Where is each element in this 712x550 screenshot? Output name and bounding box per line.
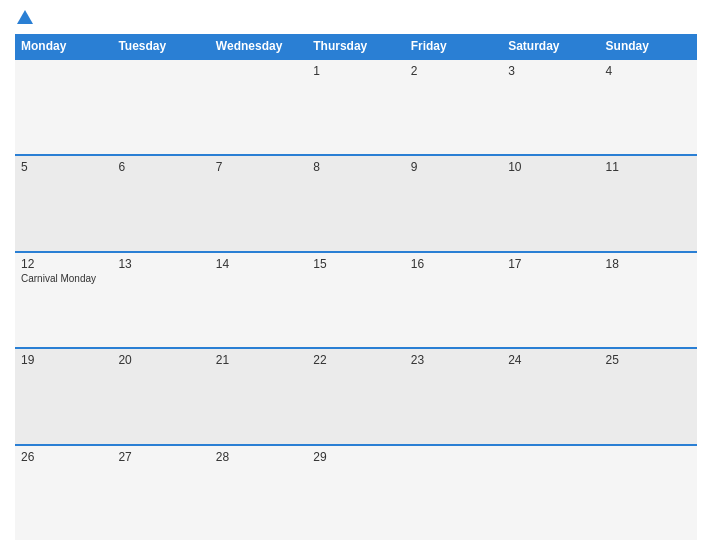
calendar-cell: 26 bbox=[15, 444, 112, 540]
cell-event: Carnival Monday bbox=[21, 273, 106, 284]
cell-date: 29 bbox=[313, 450, 398, 464]
calendar-cell: 10 bbox=[502, 154, 599, 250]
calendar-cell: 17 bbox=[502, 251, 599, 347]
calendar-cell: 3 bbox=[502, 58, 599, 154]
calendar-cell: 7 bbox=[210, 154, 307, 250]
calendar-cell: 13 bbox=[112, 251, 209, 347]
day-header-saturday: Saturday bbox=[502, 34, 599, 58]
cell-date: 14 bbox=[216, 257, 301, 271]
calendar-cell: 29 bbox=[307, 444, 404, 540]
calendar-cell: 4 bbox=[600, 58, 697, 154]
calendar-cell: 1 bbox=[307, 58, 404, 154]
cell-date: 8 bbox=[313, 160, 398, 174]
cell-date: 25 bbox=[606, 353, 691, 367]
calendar-cell: 9 bbox=[405, 154, 502, 250]
logo-triangle-icon bbox=[17, 10, 33, 24]
calendar-cell: 2 bbox=[405, 58, 502, 154]
calendar-cell: 11 bbox=[600, 154, 697, 250]
calendar-cell: 24 bbox=[502, 347, 599, 443]
cell-date: 15 bbox=[313, 257, 398, 271]
cell-date: 1 bbox=[313, 64, 398, 78]
calendar-container: Monday Tuesday Wednesday Thursday Friday… bbox=[0, 0, 712, 550]
cell-date: 24 bbox=[508, 353, 593, 367]
cell-date: 9 bbox=[411, 160, 496, 174]
cell-date: 23 bbox=[411, 353, 496, 367]
calendar-cell: 20 bbox=[112, 347, 209, 443]
cell-date: 18 bbox=[606, 257, 691, 271]
cell-date: 2 bbox=[411, 64, 496, 78]
calendar-cell: 23 bbox=[405, 347, 502, 443]
calendar-grid: 123456789101112Carnival Monday1314151617… bbox=[15, 58, 697, 540]
cell-date: 27 bbox=[118, 450, 203, 464]
calendar-cell bbox=[502, 444, 599, 540]
cell-date: 28 bbox=[216, 450, 301, 464]
calendar-cell: 27 bbox=[112, 444, 209, 540]
calendar-cell: 6 bbox=[112, 154, 209, 250]
logo bbox=[15, 10, 33, 26]
cell-date: 17 bbox=[508, 257, 593, 271]
day-header-tuesday: Tuesday bbox=[112, 34, 209, 58]
cell-date: 3 bbox=[508, 64, 593, 78]
cell-date: 13 bbox=[118, 257, 203, 271]
day-header-wednesday: Wednesday bbox=[210, 34, 307, 58]
calendar-cell: 18 bbox=[600, 251, 697, 347]
cell-date: 26 bbox=[21, 450, 106, 464]
cell-date: 7 bbox=[216, 160, 301, 174]
calendar-cell bbox=[600, 444, 697, 540]
calendar-cell bbox=[210, 58, 307, 154]
cell-date: 5 bbox=[21, 160, 106, 174]
calendar-cell: 12Carnival Monday bbox=[15, 251, 112, 347]
cell-date: 20 bbox=[118, 353, 203, 367]
day-headers: Monday Tuesday Wednesday Thursday Friday… bbox=[15, 34, 697, 58]
cell-date: 6 bbox=[118, 160, 203, 174]
cell-date: 10 bbox=[508, 160, 593, 174]
day-header-thursday: Thursday bbox=[307, 34, 404, 58]
day-header-monday: Monday bbox=[15, 34, 112, 58]
cell-date: 12 bbox=[21, 257, 106, 271]
calendar-cell: 15 bbox=[307, 251, 404, 347]
calendar-header bbox=[15, 10, 697, 26]
day-header-sunday: Sunday bbox=[600, 34, 697, 58]
cell-date: 4 bbox=[606, 64, 691, 78]
calendar-cell: 5 bbox=[15, 154, 112, 250]
cell-date: 22 bbox=[313, 353, 398, 367]
cell-date: 11 bbox=[606, 160, 691, 174]
calendar-cell: 16 bbox=[405, 251, 502, 347]
day-header-friday: Friday bbox=[405, 34, 502, 58]
calendar-cell: 22 bbox=[307, 347, 404, 443]
calendar-cell bbox=[112, 58, 209, 154]
calendar-cell: 21 bbox=[210, 347, 307, 443]
calendar-cell: 14 bbox=[210, 251, 307, 347]
calendar-cell: 19 bbox=[15, 347, 112, 443]
cell-date: 16 bbox=[411, 257, 496, 271]
cell-date: 19 bbox=[21, 353, 106, 367]
calendar-cell: 8 bbox=[307, 154, 404, 250]
calendar-cell: 25 bbox=[600, 347, 697, 443]
cell-date: 21 bbox=[216, 353, 301, 367]
calendar-cell bbox=[405, 444, 502, 540]
calendar-cell bbox=[15, 58, 112, 154]
calendar-cell: 28 bbox=[210, 444, 307, 540]
